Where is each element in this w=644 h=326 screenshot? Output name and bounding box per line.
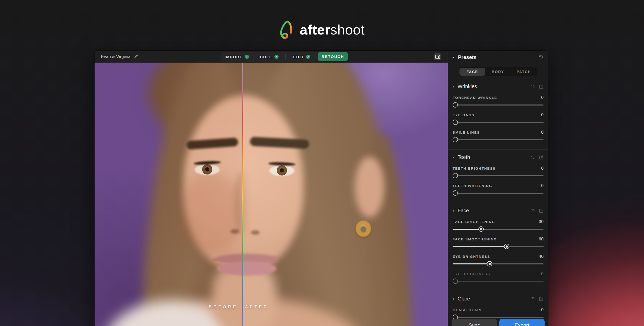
slider-track[interactable]	[453, 190, 544, 196]
slider-track-rail	[453, 139, 544, 140]
slider-track[interactable]	[453, 261, 544, 267]
portrait-ear	[355, 157, 384, 217]
slider-knob[interactable]	[453, 278, 458, 284]
adjustment-slider-row: TEETH WHITENING 0	[453, 183, 544, 196]
before-half-overlay	[95, 63, 243, 326]
project-title-group: Evan & Virginia	[101, 51, 138, 63]
portrait-freckles	[179, 172, 243, 254]
workflow-step-edit[interactable]: EDIT✓	[286, 52, 318, 62]
brand-wordmark: aftershoot	[300, 22, 365, 38]
portrait-eyebrow	[186, 137, 238, 150]
slider-label: FACE BRIGHTENING	[453, 220, 495, 224]
preset-category-tabs: FACEBODYPATCH	[459, 67, 537, 76]
slider-knob[interactable]	[453, 190, 458, 196]
slider-knob[interactable]	[453, 137, 458, 142]
sync-button[interactable]: Sync	[452, 319, 497, 326]
check-circle-icon: ✓	[274, 55, 279, 59]
edit-title-pencil-icon[interactable]	[134, 54, 138, 59]
slider-label: TEETH BRIGHTNESS	[453, 167, 496, 170]
slider-track-fill	[453, 229, 480, 230]
section-edit-button[interactable]	[539, 208, 544, 213]
slider-track[interactable]	[453, 278, 544, 284]
portrait-hair	[148, 63, 353, 155]
chevron-right-icon[interactable]: ▸	[453, 55, 454, 59]
slider-value: 30	[539, 219, 544, 224]
slider-track-rail	[453, 122, 544, 123]
section-title: Teeth	[458, 154, 527, 160]
section-edit-button[interactable]	[539, 155, 544, 160]
reset-icon	[530, 296, 535, 301]
portrait-iris	[202, 164, 212, 174]
section-reset-button[interactable]	[530, 155, 535, 160]
section-title: Face	[458, 208, 527, 214]
slider-label-row: FACE SMOOTHENING 60	[453, 236, 544, 242]
portrait-pupil	[205, 167, 209, 171]
chevron-down-icon[interactable]: ▾	[453, 209, 454, 213]
before-after-compare-line[interactable]	[242, 63, 243, 326]
slider-label: TEETH WHITENING	[453, 184, 492, 188]
sidebar-toggle-icon	[435, 55, 440, 59]
slider-knob[interactable]	[453, 173, 458, 178]
slider-label-row: EYE BRIGHTNESS 40	[453, 253, 544, 260]
retouch-button[interactable]: RETOUCH	[318, 52, 348, 61]
sidebar-toggle-button[interactable]	[434, 53, 441, 60]
reset-icon	[530, 208, 535, 213]
chevron-down-icon[interactable]: ▾	[453, 155, 454, 159]
slider-track-rail	[453, 281, 544, 282]
portrait-iris	[277, 165, 287, 176]
slider-knob[interactable]	[478, 226, 484, 232]
section-header: ▾ Glare	[453, 294, 544, 303]
slider-label-row: TEETH BRIGHTNESS 0	[453, 165, 544, 171]
check-circle-icon: ✓	[245, 55, 249, 59]
slider-knob[interactable]	[504, 244, 509, 249]
reset-icon	[530, 155, 535, 160]
section-reset-button[interactable]	[530, 208, 535, 213]
brand-wordmark-light: shoot	[330, 22, 365, 37]
portrait-gold-earring	[356, 220, 371, 237]
export-button[interactable]: Export	[499, 319, 545, 326]
slider-value: 0	[541, 183, 544, 188]
slider-knob[interactable]	[453, 102, 458, 108]
slider-track[interactable]	[453, 226, 544, 232]
section-reset-button[interactable]	[530, 296, 535, 301]
sidebar-footer: Sync Export	[448, 319, 548, 326]
slider-track[interactable]	[453, 102, 544, 108]
slider-track-rail	[453, 104, 544, 106]
brand-header: aftershoot	[0, 20, 644, 39]
slider-label-row: SMILE LINES 0	[453, 129, 544, 135]
workflow-step-cull[interactable]: CULL✓	[253, 52, 285, 62]
slider-track[interactable]	[453, 137, 544, 143]
tab-body[interactable]: BODY	[485, 68, 511, 76]
slider-track-rail	[453, 193, 544, 194]
section-edit-button[interactable]	[539, 84, 544, 89]
slider-label-row: FOREHEAD WRINKLE 0	[453, 95, 544, 101]
workflow-step-import[interactable]: IMPORT✓	[221, 52, 253, 62]
presets-reset-button[interactable]	[538, 54, 544, 60]
presets-sidebar: ▸ Presets FACEBODYPATCH ▾ Wrinkles	[448, 51, 548, 326]
photo-canvas: BEFORE AFTER	[95, 63, 448, 326]
slider-value: 0	[541, 112, 544, 118]
preset-section-wrinkles: ▾ Wrinkles FOREHEAD WRINKL	[448, 79, 548, 150]
step-label: CULL	[260, 55, 272, 59]
chevron-down-icon[interactable]: ▾	[453, 85, 454, 88]
edit-icon	[539, 208, 544, 213]
presets-header: ▸ Presets	[448, 51, 548, 64]
adjustment-slider-row: EYE BRIGHTNESS 0	[453, 271, 544, 284]
section-edit-button[interactable]	[539, 296, 544, 301]
section-header: ▾ Face	[453, 206, 544, 215]
edit-icon	[539, 155, 544, 160]
slider-value: 60	[539, 237, 544, 242]
project-title: Evan & Virginia	[101, 54, 131, 59]
slider-knob[interactable]	[453, 120, 458, 125]
slider-label-row: TEETH WHITENING 0	[453, 183, 544, 189]
tab-face[interactable]: FACE	[459, 68, 485, 76]
slider-knob[interactable]	[487, 261, 492, 266]
tab-patch[interactable]: PATCH	[511, 68, 537, 76]
slider-track[interactable]	[453, 243, 544, 250]
slider-track[interactable]	[453, 173, 544, 179]
portrait-hair	[129, 63, 254, 326]
section-reset-button[interactable]	[530, 84, 535, 89]
slider-track[interactable]	[453, 119, 544, 125]
slider-value: 40	[539, 254, 544, 259]
chevron-down-icon[interactable]: ▾	[453, 297, 454, 301]
